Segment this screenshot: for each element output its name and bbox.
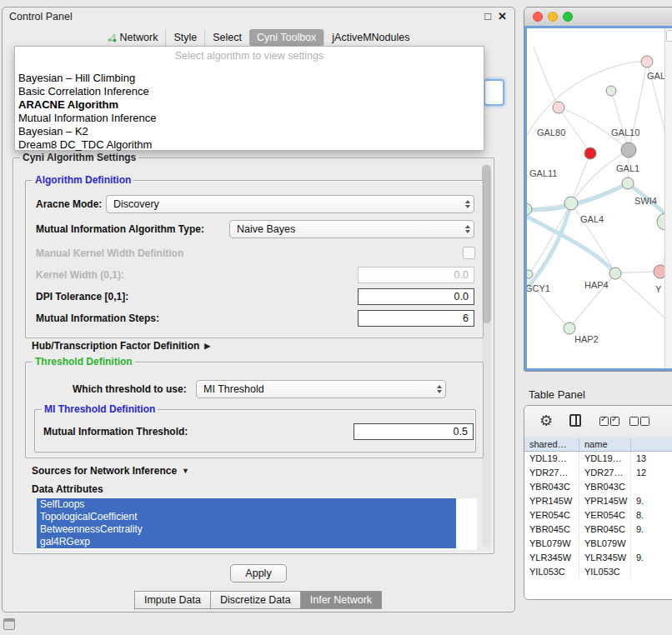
network-node-gal4[interactable] bbox=[564, 197, 578, 210]
network-node[interactable] bbox=[553, 102, 564, 113]
grip-bar bbox=[4, 619, 14, 622]
kernel-width-value: 0.0 bbox=[454, 269, 469, 281]
close-window-icon[interactable]: ✕ bbox=[498, 10, 507, 23]
manual-kernel-width-checkbox[interactable] bbox=[463, 247, 475, 259]
panel-grip-icon[interactable] bbox=[3, 618, 15, 630]
algorithm-option[interactable]: Mutual Information Inference bbox=[15, 112, 484, 125]
tab-cyni-toolbox[interactable]: Cyni Toolbox bbox=[249, 29, 323, 46]
table-row[interactable]: YBR043C YBR043C bbox=[524, 480, 672, 494]
algorithm-option-selected[interactable]: ARACNE Algorithm bbox=[15, 98, 484, 112]
mi-algorithm-type-value: Naive Bayes bbox=[237, 223, 295, 235]
aracne-mode-combobox[interactable]: Discovery bbox=[106, 195, 474, 213]
network-node[interactable] bbox=[606, 86, 616, 96]
network-scroll-up-button[interactable] bbox=[666, 30, 672, 42]
mi-threshold-value: 0.5 bbox=[454, 426, 468, 438]
table-row[interactable]: YDL19… YDL19… 13 bbox=[524, 452, 672, 466]
cell: YPR145W bbox=[579, 494, 631, 508]
threshold-definition-group: Threshold Definition Which threshold to … bbox=[25, 362, 484, 458]
mi-steps-value: 6 bbox=[463, 312, 469, 324]
network-node-gal10[interactable] bbox=[621, 142, 636, 158]
mi-steps-field[interactable]: 6 bbox=[358, 310, 474, 327]
network-node[interactable] bbox=[527, 270, 533, 278]
combo-arrows-icon bbox=[465, 225, 470, 233]
control-panel-tab-bar: Network Style Select Cyni Toolbox jActiv… bbox=[3, 29, 514, 46]
network-node[interactable] bbox=[609, 268, 621, 279]
attribute-item-selected[interactable]: SelfLoops bbox=[37, 498, 456, 511]
restore-window-icon[interactable]: □ bbox=[484, 10, 491, 23]
cell: YLR345W bbox=[579, 551, 631, 565]
tab-jactivemnodules-label: jActiveMNodules bbox=[332, 32, 409, 43]
network-node[interactable] bbox=[564, 322, 575, 334]
column-header-extra[interactable] bbox=[631, 438, 672, 451]
table-row[interactable]: YIL053C YIL053C bbox=[524, 565, 672, 579]
table-row[interactable]: YBL079W YBL079W bbox=[524, 537, 672, 551]
network-node[interactable] bbox=[527, 203, 532, 215]
sources-toggle[interactable]: Sources for Network Inference ▼ bbox=[32, 465, 189, 477]
tab-style[interactable]: Style bbox=[165, 29, 204, 46]
network-window-titlebar[interactable] bbox=[524, 8, 672, 27]
table-body: YDL19… YDL19… 13 YDR27… YDR27… 12 YBR043… bbox=[524, 452, 672, 579]
hub-definition-label: Hub/Transcription Factor Definition bbox=[32, 340, 199, 352]
algorithm-option[interactable]: Basic Correlation Inference bbox=[15, 85, 484, 98]
tab-infer-network[interactable]: Infer Network bbox=[300, 591, 382, 609]
cyni-algorithm-settings-title: Cyni Algorithm Settings bbox=[20, 152, 138, 163]
network-edge bbox=[534, 47, 559, 108]
kernel-width-field[interactable]: 0.0 bbox=[358, 267, 474, 283]
tab-impute-data[interactable]: Impute Data bbox=[134, 591, 211, 609]
mi-algorithm-type-combobox[interactable]: Naive Bayes bbox=[229, 220, 474, 238]
algorithm-option[interactable]: Bayesian – K2 bbox=[15, 125, 484, 138]
attribute-item-selected[interactable]: TopologicalCoefficient bbox=[37, 511, 456, 523]
expanded-arrow-icon[interactable]: ▼ bbox=[182, 467, 189, 475]
tab-network[interactable]: Network bbox=[100, 29, 166, 46]
table-row[interactable]: YER054C YER054C 8. bbox=[524, 508, 672, 522]
network-canvas[interactable]: GAL8 GAL80 GAL10 GAL11 GAL1 SWI4 GAL4 GC… bbox=[524, 26, 672, 371]
desktop: Control Panel □ ✕ Network Style Select C… bbox=[0, 0, 672, 635]
cell: YIL053C bbox=[579, 565, 631, 579]
algorithm-dropdown-placeholder: Select algorithm to view settings bbox=[15, 48, 484, 63]
tab-cyni-toolbox-label: Cyni Toolbox bbox=[257, 32, 316, 43]
control-panel-window: Control Panel □ ✕ Network Style Select C… bbox=[2, 7, 515, 612]
node-label: GAL1 bbox=[616, 163, 639, 173]
network-graph[interactable]: GAL8 GAL80 GAL10 GAL11 GAL1 SWI4 GAL4 GC… bbox=[527, 28, 672, 370]
apply-button[interactable]: Apply bbox=[230, 564, 286, 582]
table-row[interactable]: YDR27… YDR27… 12 bbox=[524, 466, 672, 480]
attribute-item-selected[interactable]: gal4RGexp bbox=[37, 536, 456, 548]
select-all-checkboxes-icon[interactable]: ✓ ✓ bbox=[599, 417, 619, 426]
node-label: HAP4 bbox=[584, 280, 609, 290]
control-panel-title: Control Panel bbox=[9, 8, 73, 26]
table-row[interactable]: YBR045C YBR045C 9. bbox=[524, 522, 672, 537]
column-header-name[interactable]: name bbox=[579, 438, 631, 451]
tab-discretize-data[interactable]: Discretize Data bbox=[210, 591, 301, 609]
network-node-red[interactable] bbox=[584, 148, 596, 159]
table-row[interactable]: YPR145W YPR145W 9. bbox=[524, 494, 672, 508]
attribute-item-selected[interactable]: BetweennessCentrality bbox=[37, 523, 456, 536]
minimize-traffic-light[interactable] bbox=[548, 12, 558, 22]
network-vertical-scrollbar[interactable] bbox=[664, 28, 672, 368]
close-traffic-light[interactable] bbox=[533, 12, 543, 22]
hub-definition-toggle[interactable]: Hub/Transcription Factor Definition ▶ bbox=[32, 340, 210, 352]
mi-threshold-field[interactable]: 0.5 bbox=[354, 423, 474, 440]
gear-icon[interactable]: ⚙ bbox=[539, 412, 553, 429]
deselect-all-checkboxes-icon[interactable] bbox=[629, 417, 649, 426]
algorithm-option[interactable]: Dream8 DC_TDC Algorithm bbox=[15, 138, 484, 152]
column-header-shared-name[interactable]: shared… bbox=[524, 438, 579, 451]
table-columns-divider bbox=[575, 416, 577, 425]
cell: YPR145W bbox=[524, 494, 579, 508]
tab-select[interactable]: Select bbox=[204, 29, 249, 46]
table-columns-icon[interactable] bbox=[569, 414, 581, 427]
table-row[interactable]: YLR345W YLR345W 9. bbox=[524, 551, 672, 565]
algorithm-combobox-fragment[interactable] bbox=[484, 79, 504, 106]
cell bbox=[631, 565, 672, 579]
zoom-traffic-light[interactable] bbox=[563, 12, 573, 22]
collapsed-arrow-icon[interactable]: ▶ bbox=[204, 342, 210, 350]
which-threshold-combobox[interactable]: MI Threshold bbox=[196, 380, 446, 398]
dpi-tolerance-field[interactable]: 0.0 bbox=[358, 288, 474, 305]
check-mark: ✓ bbox=[600, 414, 607, 423]
algorithm-option[interactable]: Bayesian – Hill Climbing bbox=[15, 72, 484, 85]
aracne-mode-label: Aracne Mode: bbox=[36, 198, 102, 210]
aracne-mode-value: Discovery bbox=[113, 198, 159, 210]
network-node-gal1[interactable] bbox=[622, 178, 634, 189]
dpi-tolerance-value: 0.0 bbox=[454, 291, 469, 302]
network-node[interactable] bbox=[641, 56, 653, 68]
tab-jactivemnodules[interactable]: jActiveMNodules bbox=[323, 29, 417, 46]
